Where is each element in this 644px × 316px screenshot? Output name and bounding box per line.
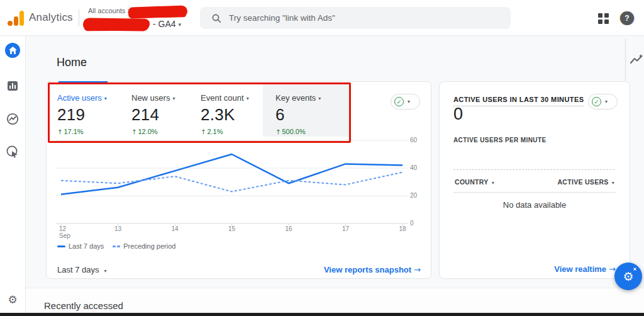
breadcrumb-all-accounts[interactable]: All accounts [88, 7, 125, 14]
view-reports-snapshot-link[interactable]: View reports snapshot→ [324, 265, 421, 274]
per-minute-label: ACTIVE USERS PER MINUTE [453, 137, 547, 144]
date-range-selector[interactable]: Last 7 days▾ [57, 265, 107, 274]
per-minute-chart-baseline [453, 169, 614, 170]
active-tab-indicator [58, 81, 108, 84]
ga4-home-screen: Analytics All accounts> - GA4▾ ? [0, 0, 644, 316]
caret-down-icon[interactable]: ▾ [172, 96, 175, 101]
y-axis-tick: 40 [410, 164, 425, 171]
gear-icon: ⚙ [8, 293, 17, 306]
x-axis-tick: 14 [171, 225, 178, 232]
country-column-header[interactable]: COUNTRY▾ [455, 178, 494, 186]
y-axis-tick: 0 [410, 220, 425, 227]
caret-down-icon[interactable]: ▾ [247, 96, 249, 101]
realtime-title: ACTIVE USERS IN LAST 30 MINUTES [453, 96, 584, 106]
metric-selector[interactable]: Active users▾ [57, 93, 130, 103]
sidebar-item-reports[interactable] [5, 78, 20, 93]
apps-grid-icon[interactable] [598, 13, 609, 24]
home-icon [9, 47, 17, 54]
dashed-line-swatch [113, 245, 120, 247]
legend-preceding-period: Preceding period [113, 242, 175, 250]
sidebar-item-home[interactable] [5, 43, 20, 58]
x-axis-tick: 17 [342, 225, 349, 232]
x-axis-tick: 13 [114, 225, 121, 232]
metric-key-events: Key events▾ 6 ↑500.0% [275, 93, 348, 135]
window-bottom-edge [0, 313, 644, 316]
active-users-trend-chart [56, 133, 408, 229]
chart-legend: Last 7 days Preceding period [57, 242, 175, 250]
caret-down-icon[interactable]: ▾ [104, 268, 107, 274]
table-divider [453, 192, 616, 193]
sidebar-item-admin[interactable]: ⚙ [5, 292, 20, 307]
gear-sparkle-icon: ⚙ [623, 271, 633, 283]
redaction-scribble-property [83, 18, 150, 31]
data-quality-button[interactable]: ✓ ▾ [391, 94, 420, 110]
product-name: Analytics [29, 11, 73, 24]
insights-panel-divider [625, 39, 626, 81]
metric-new-users: New users▾ 214 ↑12.0% [131, 93, 204, 135]
x-axis-tick: 18 [399, 225, 406, 232]
series-last-7-days [61, 154, 402, 195]
metric-selector[interactable]: Event count▾ [201, 93, 274, 103]
global-search[interactable] [200, 7, 511, 29]
redaction-scribble-account [128, 5, 188, 18]
caret-down-icon[interactable]: ▾ [318, 96, 321, 101]
recently-accessed-title: Recently accessed [44, 300, 123, 311]
chevron-down-icon[interactable]: ▾ [179, 21, 182, 28]
caret-down-icon[interactable]: ▾ [492, 180, 494, 186]
property-suffix: - GA4 [153, 19, 176, 29]
realtime-table-header: COUNTRY▾ ACTIVE USERS▾ [455, 178, 614, 186]
data-quality-check-icon: ✓ [592, 97, 601, 106]
analytics-logo-icon [8, 10, 25, 26]
sidebar-item-advertising[interactable] [5, 144, 20, 159]
data-quality-check-icon: ✓ [394, 97, 404, 106]
home-overview-card: Active users▾ 219 ↑17.1% New users▾ 214 … [46, 81, 431, 279]
property-switcher[interactable]: - GA4▾ [153, 19, 181, 29]
view-realtime-link[interactable]: View realtime→ [554, 264, 616, 274]
help-button[interactable]: ? [620, 11, 634, 25]
active-users-column-header[interactable]: ACTIVE USERS▾ [557, 178, 614, 186]
metric-selector[interactable]: Key events▾ [275, 93, 348, 103]
search-icon [211, 13, 221, 23]
bar-chart-icon [8, 81, 18, 91]
sidebar-item-explore[interactable] [5, 111, 20, 127]
insights-fab[interactable]: ⚙ [614, 262, 642, 290]
caret-down-icon: ▾ [408, 99, 410, 104]
solid-line-swatch [57, 245, 65, 247]
y-axis-tick: 20 [410, 192, 425, 199]
legend-last-7-days: Last 7 days [57, 242, 104, 250]
left-navigation: ⚙ [0, 36, 26, 313]
topbar-divider [79, 9, 79, 26]
x-axis-tick: 12Sep [59, 225, 70, 239]
caret-down-icon[interactable]: ▾ [104, 96, 107, 101]
y-axis-tick: 60 [410, 137, 425, 144]
card-footer: Last 7 days▾ View reports snapshot→ [47, 260, 431, 279]
caret-down-icon[interactable]: ▾ [612, 180, 614, 186]
caret-down-icon: ▾ [605, 99, 608, 104]
metric-value: 6 [275, 105, 348, 125]
page-title: Home [57, 56, 87, 69]
right-arrow-icon: → [414, 265, 421, 274]
metric-selector[interactable]: New users▾ [131, 93, 204, 103]
metric-value: 214 [131, 105, 204, 125]
metric-value: 219 [57, 105, 130, 125]
metric-active-users: Active users▾ 219 ↑17.1% [57, 93, 130, 135]
top-app-bar: Analytics All accounts> - GA4▾ ? [0, 0, 644, 36]
x-axis-tick: 15 [228, 225, 235, 232]
search-input[interactable] [229, 13, 493, 23]
metric-event-count: Event count▾ 2.3K ↑2.1% [201, 93, 274, 135]
data-quality-button[interactable]: ✓ ▾ [588, 94, 618, 110]
insights-icon[interactable] [630, 54, 643, 68]
breadcrumb[interactable]: All accounts> [88, 7, 131, 14]
active-users-30min-value: 0 [453, 104, 463, 124]
metric-value: 2.3K [201, 105, 274, 125]
x-axis-tick: 16 [285, 225, 292, 232]
realtime-card: ACTIVE USERS IN LAST 30 MINUTES ✓ ▾ 0 AC… [439, 81, 630, 279]
no-data-message: No data available [440, 200, 630, 210]
advertising-icon [6, 145, 19, 158]
help-icon: ? [625, 14, 629, 23]
explore-icon [6, 113, 19, 125]
